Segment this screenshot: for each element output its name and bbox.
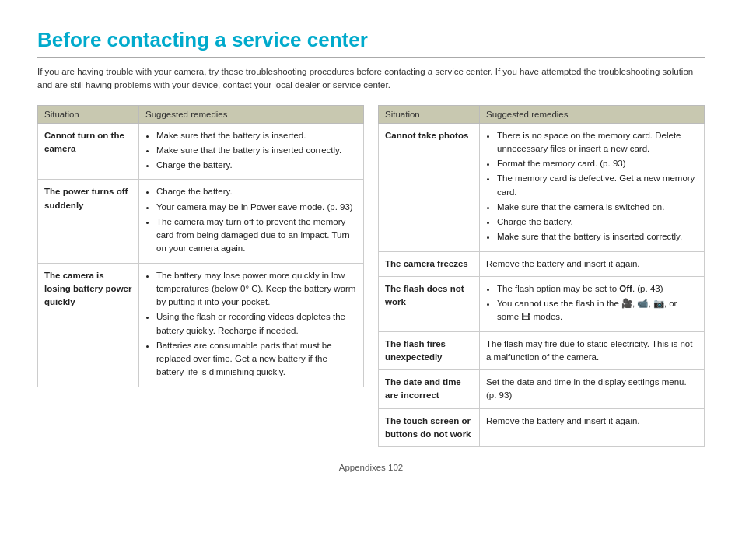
list-item: You cannot use the flash in the 🎥, 📹, 📷,…: [497, 297, 698, 324]
left-table-wrap: Situation Suggested remedies Cannot turn…: [37, 105, 364, 448]
right-table-wrap: Situation Suggested remedies Cannot take…: [378, 105, 705, 448]
left-table-header-remedies: Suggested remedies: [139, 105, 364, 123]
left-table-remedies-1: Charge the battery.Your camera may be in…: [139, 180, 364, 263]
right-table-header-situation: Situation: [379, 105, 480, 123]
list-item: Charge the battery.: [156, 185, 357, 198]
left-table-situation-2: The camera is losing battery power quick…: [38, 263, 139, 387]
right-table-situation-1: The camera freezes: [379, 251, 480, 276]
footer-text: Appendixes 102: [37, 463, 705, 472]
list-item: Charge the battery.: [497, 215, 698, 229]
list-item: The battery may lose power more quickly …: [156, 269, 357, 310]
list-item: Make sure that the battery is inserted c…: [156, 144, 357, 157]
list-item: Make sure that the camera is switched on…: [497, 201, 698, 214]
right-table-situation-4: The date and time are incorrect: [379, 370, 480, 409]
list-item: The memory card is defective. Get a new …: [497, 172, 698, 199]
right-table-remedies-5: Remove the battery and insert it again.: [480, 408, 705, 447]
right-table-situation-5: The touch screen or buttons do not work: [379, 408, 480, 447]
list-item: Make sure that the battery is inserted c…: [497, 230, 698, 243]
left-table-situation-1: The power turns off suddenly: [38, 180, 139, 263]
list-item: Format the memory card. (p. 93): [497, 157, 698, 170]
right-table-situation-2: The flash does not work: [379, 276, 480, 331]
right-table-remedies-0: There is no space on the memory card. De…: [480, 123, 705, 251]
tables-container: Situation Suggested remedies Cannot turn…: [37, 105, 705, 448]
right-table-remedies-3: The flash may fire due to static electri…: [480, 331, 705, 370]
right-table-situation-0: Cannot take photos: [379, 123, 480, 251]
page-title: Before contacting a service center: [37, 28, 705, 58]
list-item: Make sure that the battery is inserted.: [156, 129, 357, 142]
list-item: The camera may turn off to prevent the m…: [156, 215, 357, 256]
right-table-header-remedies: Suggested remedies: [480, 105, 705, 123]
right-table-remedies-2: The flash option may be set to Off. (p. …: [480, 276, 705, 331]
right-table-situation-3: The flash fires unexpectedly: [379, 331, 480, 370]
left-table-remedies-0: Make sure that the battery is inserted.M…: [139, 123, 364, 180]
list-item: Your camera may be in Power save mode. (…: [156, 201, 357, 214]
list-item: There is no space on the memory card. De…: [497, 129, 698, 156]
intro-text: If you are having trouble with your came…: [37, 65, 705, 93]
left-table-remedies-2: The battery may lose power more quickly …: [139, 263, 364, 387]
list-item: Batteries are consumable parts that must…: [156, 339, 357, 380]
left-table-situation-0: Cannot turn on the camera: [38, 123, 139, 180]
right-table-remedies-4: Set the date and time in the display set…: [480, 370, 705, 409]
right-table-remedies-1: Remove the battery and insert it again.: [480, 251, 705, 276]
left-table: Situation Suggested remedies Cannot turn…: [37, 105, 364, 387]
list-item: Charge the battery.: [156, 159, 357, 172]
left-table-header-situation: Situation: [38, 105, 139, 123]
list-item: Using the flash or recording videos depl…: [156, 310, 357, 338]
right-table: Situation Suggested remedies Cannot take…: [378, 105, 705, 448]
list-item: The flash option may be set to Off. (p. …: [497, 282, 698, 296]
